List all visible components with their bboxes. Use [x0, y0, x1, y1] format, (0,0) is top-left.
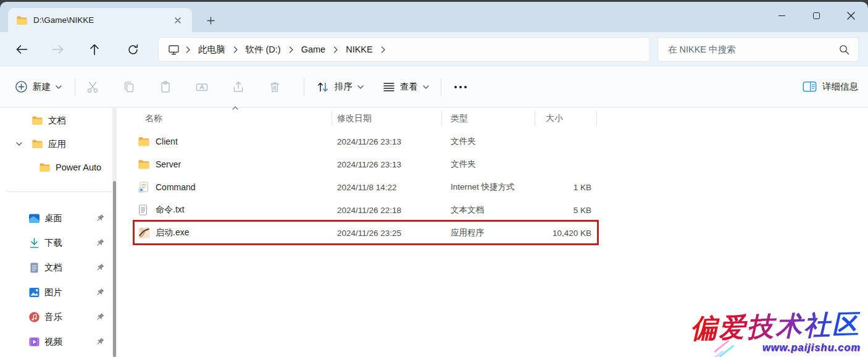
table-row-mingling-txt[interactable]: 命令.txt 2024/11/26 22:18 文本文档 5 KB	[123, 198, 868, 221]
cut-icon[interactable]	[86, 80, 99, 94]
close-tab-icon[interactable]	[171, 14, 185, 27]
sidebar-item-label: 文档	[44, 262, 62, 274]
table-row-server[interactable]: Server 2024/11/26 23:13 文件夹	[123, 153, 868, 175]
explorer-tab[interactable]: D:\Game\NIKKE	[8, 8, 192, 32]
folder-icon	[40, 163, 50, 172]
up-button[interactable]	[84, 40, 105, 59]
sidebar-item-videos[interactable]: 视频	[0, 329, 123, 354]
pin-icon[interactable]	[96, 238, 105, 247]
close-button[interactable]	[833, 2, 868, 30]
column-divider[interactable]	[332, 111, 332, 126]
chevron-down-icon	[423, 85, 429, 89]
search-input[interactable]	[659, 44, 839, 54]
chevron-right-icon	[381, 46, 385, 53]
view-button[interactable]: 查看	[379, 67, 433, 107]
pin-icon[interactable]	[96, 214, 105, 222]
share-icon[interactable]	[232, 80, 245, 94]
chevron-right-icon	[333, 46, 338, 53]
table-row-command[interactable]: Command 2024/11/8 14:22 Internet 快捷方式 1 …	[123, 175, 868, 198]
paste-icon[interactable]	[159, 80, 172, 94]
maximize-button[interactable]	[799, 2, 833, 30]
new-button-label: 新建	[33, 81, 51, 93]
file-type: 文本文档	[451, 204, 484, 216]
column-divider[interactable]	[596, 111, 597, 126]
folder-icon	[17, 16, 27, 25]
sidebar-tree-item-documents-folder[interactable]: 文档	[0, 109, 123, 132]
table-row-qidong-exe[interactable]: 启动.exe 2024/11/26 23:25 应用程序 10,420 KB	[123, 221, 868, 244]
column-header-type[interactable]: 类型	[451, 113, 468, 124]
sidebar-item-label: 下载	[44, 237, 62, 249]
file-date: 2024/11/8 14:22	[337, 182, 397, 191]
breadcrumb-this-pc[interactable]: 此电脑	[192, 41, 232, 58]
scrollbar-thumb[interactable]	[113, 181, 116, 357]
file-list-header: 名称 修改日期 类型 大小	[123, 107, 868, 130]
more-options-button[interactable]	[451, 67, 470, 107]
chevron-down-icon[interactable]	[16, 142, 22, 146]
column-header-date[interactable]: 修改日期	[337, 113, 372, 124]
tab-bar: D:\Game\NIKKE	[0, 2, 868, 32]
details-pane-icon	[803, 81, 817, 93]
sidebar-item-downloads[interactable]: 下载	[0, 230, 123, 255]
chevron-right-icon	[186, 46, 190, 53]
more-icon	[454, 86, 467, 88]
pin-icon[interactable]	[96, 263, 105, 272]
file-date: 2024/11/26 23:25	[337, 228, 401, 237]
view-icon	[383, 82, 395, 92]
sidebar-item-pictures[interactable]: 图片	[0, 280, 123, 304]
forward-button[interactable]	[48, 40, 69, 59]
breadcrumb-game[interactable]: Game	[295, 42, 332, 57]
column-header-name[interactable]: 名称	[145, 113, 162, 124]
sidebar-item-desktop[interactable]: 桌面	[0, 206, 123, 230]
details-pane-label: 详细信息	[822, 81, 858, 93]
file-explorer-window: D:\Game\NIKKE	[0, 2, 868, 357]
column-header-size[interactable]: 大小	[546, 113, 563, 124]
pin-icon[interactable]	[96, 288, 105, 296]
view-button-label: 查看	[400, 81, 418, 93]
this-pc-icon[interactable]	[167, 44, 180, 56]
folder-icon	[32, 140, 43, 148]
main-content: 文档 应用 Power Auto 桌面 下载	[0, 107, 868, 357]
new-button[interactable]: 新建	[11, 67, 65, 107]
chevron-right-icon	[289, 46, 293, 53]
refresh-button[interactable]	[122, 40, 143, 59]
sort-button[interactable]: 排序	[312, 67, 367, 107]
column-divider[interactable]	[535, 111, 535, 126]
tab-title: D:\Game\NIKKE	[33, 15, 171, 25]
breadcrumb-drive-d[interactable]: 软件 (D:)	[240, 41, 287, 58]
back-button[interactable]	[11, 40, 32, 59]
sidebar-item-label: 应用	[48, 138, 66, 150]
file-name: Server	[156, 159, 181, 169]
address-bar[interactable]: 此电脑 软件 (D:) Game NIKKE	[158, 37, 650, 62]
delete-icon[interactable]	[268, 80, 282, 94]
file-type: 文件夹	[451, 159, 476, 170]
pin-icon[interactable]	[96, 337, 105, 346]
breadcrumb-nikke[interactable]: NIKKE	[340, 42, 379, 57]
search-icon[interactable]	[839, 44, 849, 55]
new-tab-button[interactable]	[202, 12, 219, 28]
plus-circle-icon	[15, 80, 28, 93]
rename-icon[interactable]	[195, 80, 209, 94]
sidebar-scrollbar[interactable]	[112, 107, 117, 357]
sidebar-tree-item-apps-folder[interactable]: 应用	[0, 132, 123, 156]
desktop-icon	[28, 212, 40, 224]
folder-icon	[138, 136, 149, 146]
documents-icon	[28, 262, 40, 274]
search-box[interactable]	[657, 37, 859, 62]
command-toolbar: 新建 排序 查看	[0, 67, 868, 107]
minimize-button[interactable]	[764, 2, 799, 30]
file-date: 2024/11/26 23:13	[337, 159, 401, 169]
file-action-icons	[86, 67, 282, 107]
sidebar-item-label: 文档	[48, 115, 66, 127]
sidebar-tree-item-power-auto-folder[interactable]: Power Auto	[0, 156, 123, 179]
chevron-down-icon	[357, 85, 364, 89]
pin-icon[interactable]	[96, 313, 105, 321]
sidebar-item-documents[interactable]: 文档	[0, 255, 123, 280]
file-name: Command	[156, 182, 196, 192]
column-divider[interactable]	[441, 111, 442, 126]
downloads-icon	[28, 237, 40, 249]
sidebar-item-music[interactable]: 音乐	[0, 304, 123, 329]
chevron-down-icon	[56, 85, 62, 89]
details-pane-button[interactable]: 详细信息	[803, 67, 858, 107]
table-row-client[interactable]: Client 2024/11/26 23:13 文件夹	[123, 130, 868, 153]
copy-icon[interactable]	[122, 80, 136, 94]
